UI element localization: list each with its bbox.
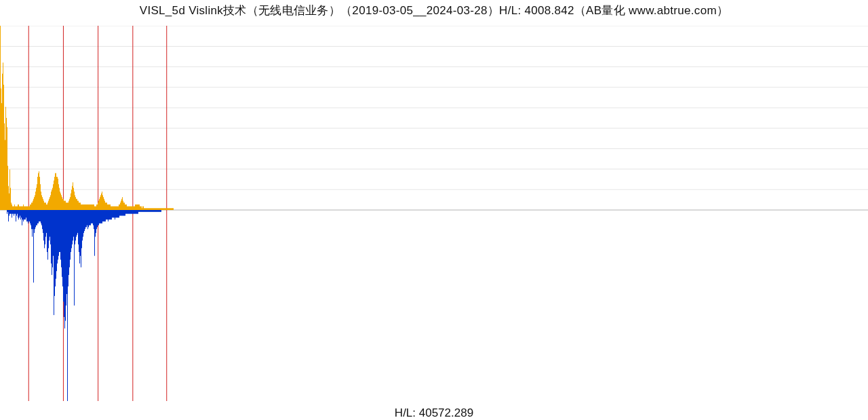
- lower-bar: [30, 210, 31, 224]
- lower-bar: [14, 210, 14, 215]
- upper-bar: [33, 199, 34, 210]
- lower-bar: [34, 210, 35, 233]
- lower-bar: [77, 210, 77, 235]
- upper-bar: [56, 173, 56, 210]
- lower-bar: [113, 210, 114, 217]
- lower-bar: [147, 210, 148, 212]
- upper-bar: [125, 205, 125, 210]
- lower-bar: [66, 210, 66, 306]
- upper-bar: [22, 207, 22, 210]
- upper-bar: [68, 201, 69, 210]
- upper-bar: [50, 195, 51, 210]
- lower-bar: [13, 210, 14, 214]
- upper-bar: [96, 207, 96, 210]
- upper-bar: [157, 208, 158, 210]
- lower-bar: [106, 210, 107, 219]
- lower-bar: [103, 210, 104, 222]
- upper-bar: [36, 188, 37, 210]
- lower-bar: [134, 210, 134, 214]
- lower-bar: [75, 210, 75, 245]
- upper-bar: [65, 201, 66, 210]
- lower-bar: [20, 210, 21, 219]
- lower-bar: [16, 210, 16, 222]
- lower-bar: [8, 210, 9, 222]
- upper-bar: [84, 205, 85, 210]
- upper-bar: [1, 88, 1, 210]
- lower-bar: [140, 210, 141, 212]
- lower-bar: [92, 210, 92, 224]
- upper-bar: [57, 177, 58, 210]
- upper-bar: [107, 205, 108, 210]
- lower-bar: [100, 210, 101, 224]
- upper-bar: [134, 207, 135, 210]
- lower-bar: [158, 210, 159, 212]
- lower-bar: [24, 210, 25, 219]
- upper-bar: [100, 197, 100, 210]
- upper-bar: [108, 205, 108, 210]
- upper-bar: [53, 184, 54, 210]
- lower-bar: [139, 210, 140, 212]
- upper-bar: [159, 208, 159, 210]
- lower-bar: [74, 210, 75, 306]
- upper-bar: [143, 207, 144, 210]
- lower-bar: [154, 210, 155, 212]
- lower-bar: [133, 210, 134, 214]
- lower-bar: [142, 210, 143, 212]
- lower-bar: [61, 210, 62, 268]
- upper-bar: [159, 208, 160, 210]
- upper-bar: [132, 207, 133, 210]
- upper-bar: [31, 205, 31, 210]
- lower-bar: [102, 210, 102, 224]
- lower-bar: [57, 210, 58, 264]
- lower-bar: [121, 210, 121, 215]
- upper-bar: [173, 208, 174, 210]
- upper-bar: [149, 208, 150, 210]
- upper-bar: [28, 207, 29, 210]
- lower-bar: [31, 210, 31, 226]
- upper-bar: [54, 180, 54, 210]
- lower-bar: [71, 210, 71, 252]
- lower-bar: [130, 210, 131, 214]
- upper-bar: [64, 201, 65, 210]
- upper-bar: [150, 208, 151, 210]
- lower-bar: [87, 210, 88, 229]
- lower-bar: [151, 210, 152, 212]
- upper-bar: [120, 203, 121, 210]
- upper-bar: [85, 205, 86, 210]
- lower-bar: [88, 210, 89, 227]
- upper-bar: [47, 203, 48, 210]
- upper-bar: [146, 208, 146, 210]
- lower-bar: [122, 210, 123, 215]
- lower-bar: [58, 210, 58, 259]
- upper-bar: [97, 205, 98, 210]
- upper-bar: [140, 207, 141, 210]
- upper-bar: [35, 192, 36, 210]
- lower-bar: [27, 210, 28, 222]
- chart-subtitle: H/L: 40572.289: [0, 406, 868, 420]
- upper-bar: [158, 208, 159, 210]
- upper-bar: [112, 207, 113, 210]
- lower-bar: [96, 210, 97, 229]
- lower-bar: [84, 210, 85, 231]
- upper-bar: [92, 205, 93, 210]
- upper-bar: [121, 199, 122, 210]
- upper-bar: [30, 205, 31, 210]
- lower-bar: [78, 210, 79, 245]
- upper-bar: [68, 203, 68, 210]
- upper-bar: [7, 127, 7, 210]
- lower-bar: [33, 210, 33, 229]
- upper-bar: [94, 207, 95, 210]
- upper-bar: [73, 188, 74, 210]
- lower-bar: [79, 210, 79, 252]
- lower-bar: [90, 210, 91, 226]
- lower-bar: [153, 210, 153, 212]
- lower-bar: [85, 210, 86, 227]
- upper-bar: [7, 166, 8, 210]
- lower-bar: [127, 210, 128, 214]
- lower-bar: [52, 210, 52, 275]
- upper-bar: [155, 208, 155, 210]
- upper-bar: [21, 207, 22, 210]
- lower-bar: [146, 210, 146, 212]
- lower-bar: [105, 210, 106, 222]
- upper-bar: [14, 207, 14, 210]
